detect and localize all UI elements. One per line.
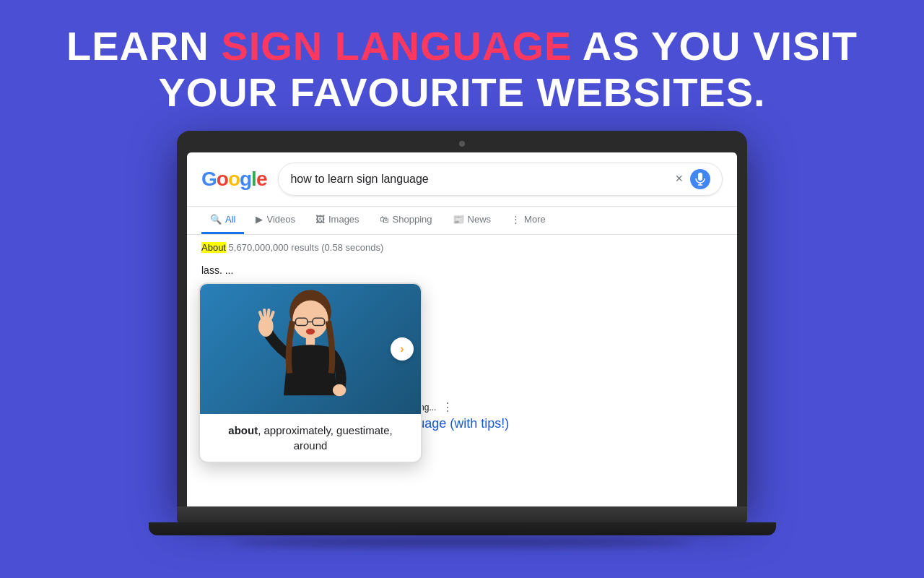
caption-bold: about — [228, 424, 258, 436]
result-line-1: lass. ... — [201, 262, 723, 280]
more-icon: ⋮ — [511, 214, 520, 225]
chevron-right-icon: › — [400, 342, 404, 355]
google-header: Google how to learn sign language × — [187, 152, 737, 207]
person-signing-svg — [200, 284, 421, 414]
tab-images-label: Images — [328, 214, 359, 225]
tab-all-label: All — [225, 214, 235, 225]
tab-news-label: News — [468, 214, 492, 225]
search-tabs: 🔍 All ▶ Videos 🖼 Images 🛍 Shopping — [187, 207, 737, 235]
tab-videos-label: Videos — [266, 214, 295, 225]
laptop-camera — [459, 141, 465, 147]
about-label: About — [201, 242, 226, 253]
tab-news[interactable]: 📰 News — [444, 207, 500, 234]
shopping-icon: 🛍 — [380, 214, 389, 225]
url-dots: ⋮ — [442, 400, 453, 414]
images-icon: 🖼 — [315, 214, 325, 225]
laptop-base — [177, 506, 747, 522]
news-icon: 📰 — [453, 214, 464, 225]
svg-line-10 — [260, 312, 262, 319]
tab-videos[interactable]: ▶ Videos — [247, 207, 304, 234]
sign-video-area: › — [200, 284, 421, 414]
videos-icon: ▶ — [256, 214, 263, 225]
tab-more[interactable]: ⋮ More — [502, 207, 554, 234]
all-icon: 🔍 — [210, 214, 222, 225]
caption-rest: , approximately, guestimate, around — [258, 424, 392, 452]
laptop-shadow — [234, 538, 690, 547]
svg-rect-0 — [698, 173, 702, 181]
next-sign-button[interactable]: › — [391, 337, 414, 361]
tab-more-label: More — [524, 214, 546, 225]
clear-search-icon[interactable]: × — [675, 171, 683, 186]
svg-point-14 — [333, 384, 346, 396]
sign-language-popup: › about, approximately, guestimate, arou… — [199, 282, 422, 463]
laptop: Google how to learn sign language × — [177, 131, 747, 547]
google-logo: Google — [201, 168, 266, 191]
tab-all[interactable]: 🔍 All — [201, 207, 244, 234]
svg-point-15 — [306, 328, 315, 334]
headline: LEARN SIGN LANGUAGE AS YOU VISIT YOUR FA… — [0, 0, 924, 131]
search-query: how to learn sign language — [290, 173, 668, 186]
svg-line-13 — [271, 312, 273, 318]
mic-icon[interactable] — [690, 169, 710, 189]
sign-caption: about, approximately, guestimate, around — [200, 414, 421, 462]
results-count: About 5,670,000,000 results (0.58 second… — [201, 242, 723, 253]
tab-images[interactable]: 🖼 Images — [307, 207, 368, 234]
laptop-foot — [149, 522, 776, 535]
search-bar[interactable]: how to learn sign language × — [278, 163, 723, 196]
headline-part1: LEARN — [66, 23, 221, 69]
tab-shopping-label: Shopping — [393, 214, 432, 225]
svg-line-12 — [268, 310, 269, 316]
results-count-text: 5,670,000,000 results (0.58 seconds) — [229, 242, 384, 253]
headline-highlight: SIGN LANGUAGE — [221, 23, 572, 69]
svg-line-11 — [264, 310, 265, 316]
tab-shopping[interactable]: 🛍 Shopping — [371, 207, 441, 234]
